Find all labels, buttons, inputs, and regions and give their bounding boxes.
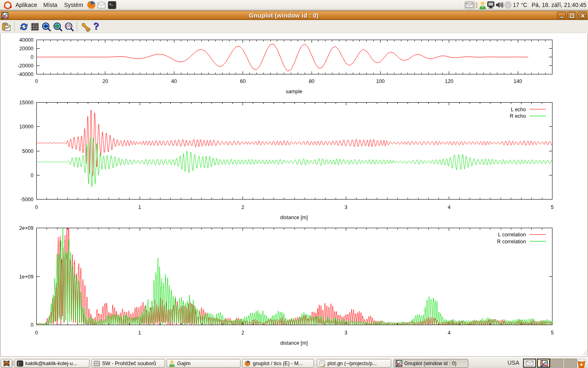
svg-text:2: 2 xyxy=(241,330,244,336)
svg-text:4: 4 xyxy=(448,204,450,210)
svg-text:3: 3 xyxy=(345,330,347,336)
svg-text:0: 0 xyxy=(35,204,38,210)
svg-text:5: 5 xyxy=(551,204,554,210)
svg-text:sample: sample xyxy=(286,89,302,94)
svg-text:1: 1 xyxy=(138,204,141,210)
svg-text:R correlation: R correlation xyxy=(497,239,526,245)
svg-text:40: 40 xyxy=(171,79,177,84)
svg-text:1e+09: 1e+09 xyxy=(19,274,33,280)
svg-text:10000: 10000 xyxy=(19,124,33,130)
svg-text:-20000: -20000 xyxy=(18,63,33,69)
svg-text:140: 140 xyxy=(514,79,522,84)
svg-text:0: 0 xyxy=(35,330,38,336)
svg-text:80: 80 xyxy=(309,79,314,84)
svg-text:20000: 20000 xyxy=(19,46,33,52)
svg-text:100: 100 xyxy=(376,79,385,84)
svg-text:15000: 15000 xyxy=(19,100,33,105)
svg-text:2e+09: 2e+09 xyxy=(19,225,33,231)
svg-text:4: 4 xyxy=(448,330,450,336)
svg-text:R echo: R echo xyxy=(510,113,526,119)
svg-text:3: 3 xyxy=(345,204,347,210)
svg-text:120: 120 xyxy=(445,79,453,84)
svg-text:-40000: -40000 xyxy=(18,72,33,77)
svg-text:5000: 5000 xyxy=(22,148,33,154)
svg-text:distance [m]: distance [m] xyxy=(280,340,307,346)
svg-text:distance [m]: distance [m] xyxy=(280,215,307,220)
svg-text:5: 5 xyxy=(551,330,554,336)
svg-text:2: 2 xyxy=(241,204,244,210)
svg-text:1: 1 xyxy=(138,330,141,336)
svg-text:0: 0 xyxy=(35,79,38,84)
svg-text:40000: 40000 xyxy=(19,37,33,43)
svg-text:-5000: -5000 xyxy=(20,197,33,202)
svg-text:0: 0 xyxy=(31,173,33,178)
svg-text:L echo: L echo xyxy=(511,107,526,112)
svg-text:60: 60 xyxy=(240,79,246,84)
svg-text:20: 20 xyxy=(102,79,108,84)
svg-text:L correlation: L correlation xyxy=(498,232,526,238)
svg-text:0: 0 xyxy=(31,54,33,60)
svg-text:0: 0 xyxy=(31,322,33,328)
